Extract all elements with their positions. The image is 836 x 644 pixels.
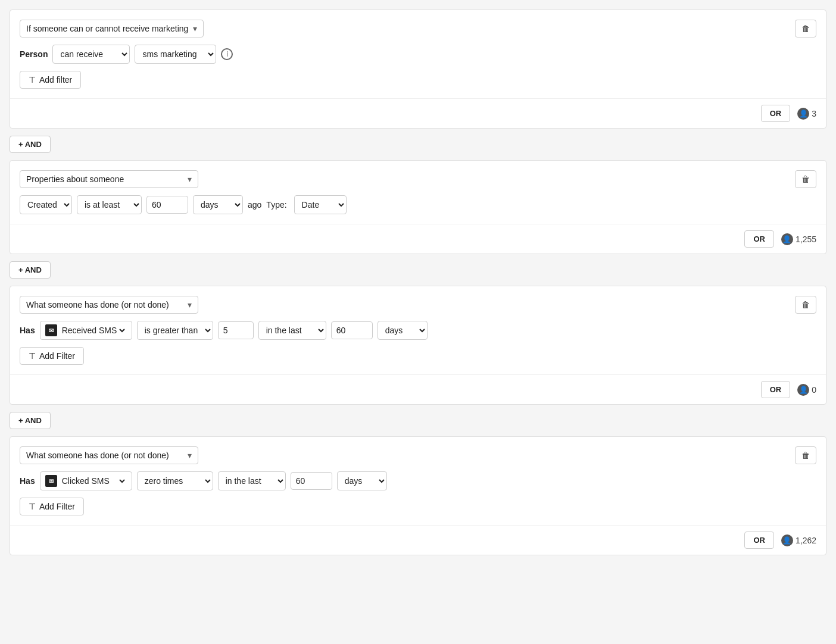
filter-icon: ⊤ xyxy=(29,75,36,85)
filter-type-dropdown-2[interactable]: Properties about someone ▾ xyxy=(20,170,198,188)
timeframe-select-3[interactable]: in the last over all time before xyxy=(258,321,326,340)
number-input-3[interactable] xyxy=(218,321,254,339)
count-badge-3: 👤 0 xyxy=(797,384,816,396)
type-select[interactable]: Date Number xyxy=(294,195,347,214)
info-icon[interactable]: i xyxy=(221,48,233,60)
count-value-4: 1,262 xyxy=(796,536,816,545)
delete-button-4[interactable]: 🗑 xyxy=(795,446,816,464)
or-button-4[interactable]: OR xyxy=(744,532,774,549)
filter-type-dropdown-1[interactable]: If someone can or cannot receive marketi… xyxy=(20,20,204,37)
days-number-input-2[interactable] xyxy=(146,196,188,214)
filter-type-label-3: What someone has done (or not done) xyxy=(26,300,169,310)
or-button-3[interactable]: OR xyxy=(761,381,791,398)
add-filter-label-4: Add Filter xyxy=(39,502,75,511)
count-value-2: 1,255 xyxy=(796,235,816,244)
filter-type-dropdown-3[interactable]: What someone has done (or not done) ▾ xyxy=(20,296,198,314)
days-input-3[interactable] xyxy=(331,321,373,339)
event-select-wrapper-3[interactable]: ✉ Received SMS Clicked SMS Opened Email xyxy=(40,321,132,340)
sms-icon-3: ✉ xyxy=(45,324,57,336)
filter-icon-4: ⊤ xyxy=(29,502,36,511)
chevron-down-icon-4: ▾ xyxy=(188,451,192,460)
person-label: Person xyxy=(20,49,48,59)
or-button-1[interactable]: OR xyxy=(761,105,791,122)
count-value-3: 0 xyxy=(812,385,816,395)
person-icon-4: 👤 xyxy=(781,534,793,546)
filter-conditions-row-2: Created Email Phone is at least is less … xyxy=(20,195,816,214)
has-label-4: Has xyxy=(20,476,35,486)
property-select[interactable]: Created Email Phone xyxy=(20,195,72,214)
add-filter-button-3[interactable]: ⊤ Add Filter xyxy=(20,347,84,365)
ago-label: ago xyxy=(248,200,261,210)
filter-block-1: If someone can or cannot receive marketi… xyxy=(10,10,826,129)
event-select-3[interactable]: Received SMS Clicked SMS Opened Email xyxy=(60,325,127,336)
delete-button-2[interactable]: 🗑 xyxy=(795,170,816,188)
event-select-4[interactable]: Clicked SMS Received SMS Opened Email xyxy=(60,476,127,486)
unit-select-3[interactable]: days weeks months xyxy=(378,321,428,340)
event-select-wrapper-4[interactable]: ✉ Clicked SMS Received SMS Opened Email xyxy=(40,471,132,490)
filter-block-3: What someone has done (or not done) ▾ 🗑 … xyxy=(10,286,826,405)
type-prefix: Type: xyxy=(266,200,286,210)
filter-type-label-1: If someone can or cannot receive marketi… xyxy=(26,24,188,33)
add-filter-button-4[interactable]: ⊤ Add Filter xyxy=(20,498,84,515)
filter-conditions-row-3: Has ✉ Received SMS Clicked SMS Opened Em… xyxy=(20,321,816,340)
person-icon-2: 👤 xyxy=(781,233,793,245)
is-at-least-select[interactable]: is at least is less than is equal to xyxy=(77,195,142,214)
chevron-down-icon: ▾ xyxy=(193,24,197,33)
filter-footer-2: OR 👤 1,255 xyxy=(10,224,826,254)
sms-marketing-select[interactable]: sms marketing email marketing xyxy=(135,45,216,64)
filter-type-label-4: What someone has done (or not done) xyxy=(26,451,169,460)
count-badge-4: 👤 1,262 xyxy=(781,534,816,546)
filter-block-4: What someone has done (or not done) ▾ 🗑 … xyxy=(10,436,826,555)
or-button-2[interactable]: OR xyxy=(744,230,774,248)
filter-icon-3: ⊤ xyxy=(29,351,36,361)
condition-select-3[interactable]: is greater than is less than zero times … xyxy=(137,321,213,340)
can-receive-select[interactable]: can receive cannot receive xyxy=(52,45,130,64)
sms-icon-4: ✉ xyxy=(45,475,57,487)
person-icon-1: 👤 xyxy=(797,108,809,120)
has-label-3: Has xyxy=(20,326,35,335)
unit-select-2[interactable]: days weeks months xyxy=(193,195,243,214)
add-filter-label-3: Add Filter xyxy=(39,351,75,361)
delete-button-1[interactable]: 🗑 xyxy=(795,20,816,37)
filter-block-2: Properties about someone ▾ 🗑 Created Ema… xyxy=(10,160,826,254)
count-badge-2: 👤 1,255 xyxy=(781,233,816,245)
add-filter-button-1[interactable]: ⊤ Add filter xyxy=(20,71,81,89)
filter-conditions-row-4: Has ✉ Clicked SMS Received SMS Opened Em… xyxy=(20,471,816,490)
add-filter-label-1: Add filter xyxy=(39,75,72,85)
condition-select-4[interactable]: zero times is greater than at least once xyxy=(137,471,213,490)
and-button-3[interactable]: + AND xyxy=(10,412,51,429)
chevron-down-icon-3: ▾ xyxy=(188,300,192,310)
chevron-down-icon-2: ▾ xyxy=(188,174,192,184)
person-icon-3: 👤 xyxy=(797,384,809,396)
filter-type-dropdown-4[interactable]: What someone has done (or not done) ▾ xyxy=(20,446,198,464)
count-value-1: 3 xyxy=(812,109,816,118)
filter-footer-3: OR 👤 0 xyxy=(10,374,826,404)
unit-select-4[interactable]: days weeks months xyxy=(337,471,387,490)
filter-type-label-2: Properties about someone xyxy=(26,174,124,184)
timeframe-select-4[interactable]: in the last over all time before xyxy=(218,471,286,490)
delete-button-3[interactable]: 🗑 xyxy=(795,296,816,314)
and-button-1[interactable]: + AND xyxy=(10,136,51,153)
count-badge-1: 👤 3 xyxy=(797,108,816,120)
filter-footer-1: OR 👤 3 xyxy=(10,98,826,128)
filter-conditions-row-1: Person can receive cannot receive sms ma… xyxy=(20,45,816,64)
and-button-2[interactable]: + AND xyxy=(10,261,51,279)
days-input-4[interactable] xyxy=(291,472,332,490)
filter-footer-4: OR 👤 1,262 xyxy=(10,525,826,555)
